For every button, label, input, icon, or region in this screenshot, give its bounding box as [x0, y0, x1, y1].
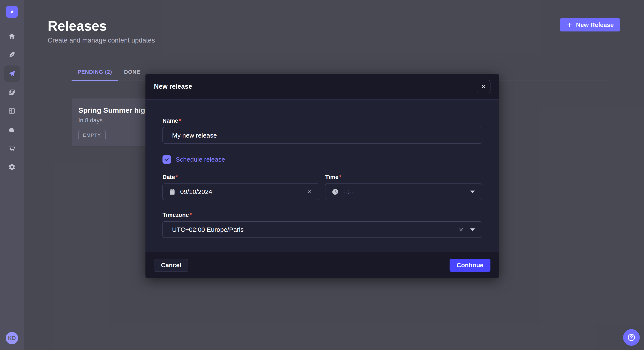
- name-input[interactable]: [162, 127, 482, 144]
- time-field-block: Time* --:--: [325, 174, 482, 200]
- schedule-release-row[interactable]: Schedule release: [162, 155, 482, 164]
- schedule-release-checkbox[interactable]: [162, 155, 171, 164]
- required-marker: *: [179, 118, 181, 124]
- time-input[interactable]: --:--: [325, 183, 482, 200]
- clear-date-icon[interactable]: [306, 189, 313, 195]
- app-screen: KD Releases Create and manage content up…: [0, 0, 644, 350]
- continue-button[interactable]: Continue: [450, 259, 490, 272]
- date-field-label: Date*: [162, 174, 319, 180]
- schedule-release-label: Schedule release: [176, 156, 225, 163]
- date-time-row: Date* 09/10/2024: [162, 174, 482, 200]
- required-marker: *: [190, 212, 192, 218]
- clear-timezone-icon[interactable]: [458, 226, 464, 233]
- timezone-value: UTC+02:00 Europe/Paris: [172, 226, 458, 233]
- modal-close-button[interactable]: [477, 80, 490, 93]
- timezone-field-label: Timezone*: [162, 212, 482, 218]
- date-field-block: Date* 09/10/2024: [162, 174, 319, 200]
- timezone-field-block: Timezone* UTC+02:00 Europe/Paris: [162, 212, 482, 238]
- modal-footer: Cancel Continue: [146, 252, 499, 278]
- new-release-modal: New release Name* Schedule release: [146, 74, 499, 278]
- chevron-down-icon[interactable]: [470, 228, 475, 232]
- date-input[interactable]: 09/10/2024: [162, 183, 319, 200]
- time-field-label: Time*: [325, 174, 482, 180]
- modal-title: New release: [154, 83, 192, 90]
- cancel-button[interactable]: Cancel: [154, 259, 188, 272]
- timezone-select[interactable]: UTC+02:00 Europe/Paris: [162, 221, 482, 238]
- name-field-block: Name*: [162, 118, 482, 144]
- required-marker: *: [176, 174, 178, 180]
- time-placeholder: --:--: [343, 188, 470, 195]
- modal-header: New release: [146, 74, 499, 100]
- close-icon: [481, 84, 486, 90]
- required-marker: *: [339, 174, 342, 180]
- name-field-label: Name*: [162, 118, 482, 124]
- date-value: 09/10/2024: [180, 188, 306, 195]
- modal-body: Name* Schedule release Date*: [146, 100, 499, 252]
- chevron-down-icon[interactable]: [470, 190, 475, 194]
- calendar-icon: [169, 188, 176, 195]
- clock-icon: [332, 188, 338, 195]
- checkmark-icon: [164, 157, 169, 162]
